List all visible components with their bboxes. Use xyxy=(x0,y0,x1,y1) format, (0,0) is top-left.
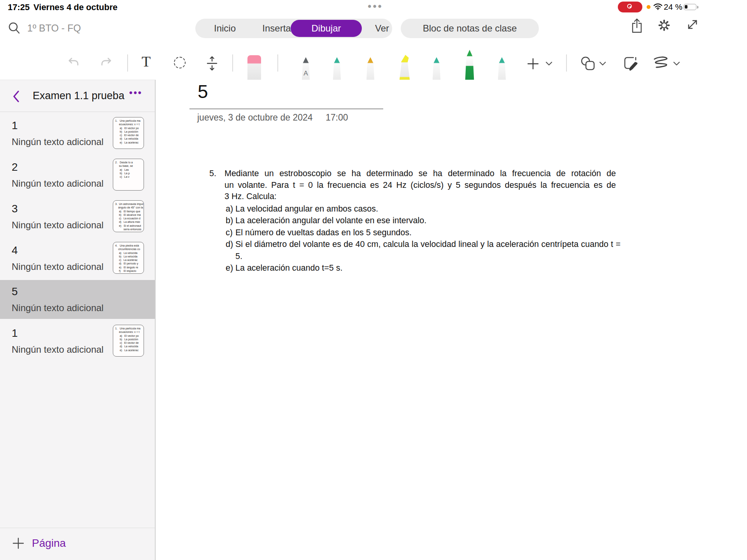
page-sidebar: Examen 1.1 prueba ••• 1 Ningún texto adi… xyxy=(0,80,155,560)
text-tool-icon[interactable]: T xyxy=(142,53,151,70)
battery-fill xyxy=(685,5,687,9)
status-bar: 17:25 Viernes 4 de octubre ••• 24 % xyxy=(0,0,747,14)
onenote-app-window: 17:25 Viernes 4 de octubre ••• 24 % xyxy=(0,0,747,560)
item-text: La aceleración cuando t=5 s. xyxy=(235,262,621,274)
status-time: 17:25 xyxy=(8,2,30,12)
problem-item: b) La aceleración angular del volante en… xyxy=(226,215,621,226)
sidebar-page-item[interactable]: 3 Ningún texto adicional 3. Un astronaut… xyxy=(0,197,155,236)
problem-line: 3 Hz. Calcula: xyxy=(224,191,616,203)
add-pen-icon[interactable] xyxy=(526,57,540,71)
plus-icon[interactable] xyxy=(12,537,25,550)
rainbow-pen-icon[interactable] xyxy=(493,57,511,80)
eraser-icon[interactable] xyxy=(247,55,261,80)
page-thumbnail: 3. Un astronauta impul ángulo de 45° con… xyxy=(113,200,144,232)
page-subtitle: Ningún texto adicional xyxy=(12,303,103,313)
page-number: 1 xyxy=(12,119,18,132)
item-label: e) xyxy=(226,262,233,274)
shapes-icon[interactable] xyxy=(579,56,596,71)
chevron-down-icon[interactable] xyxy=(599,61,606,66)
page-number: 2 xyxy=(12,161,18,173)
sidebar-page-item[interactable]: 4 Ningún texto adicional 4. Una piedra e… xyxy=(0,239,155,278)
ink-to-shape-icon[interactable] xyxy=(652,56,671,70)
tab-inicio[interactable]: Inicio xyxy=(214,19,236,38)
tab-ver[interactable]: Ver xyxy=(375,19,389,38)
battery-nub xyxy=(697,6,698,9)
low-power-dot-icon xyxy=(647,5,651,9)
section-title: Examen 1.1 prueba xyxy=(33,90,124,102)
share-icon[interactable] xyxy=(630,18,644,34)
page-number: 5 xyxy=(12,285,18,298)
ribbon-tab-group: Inicio Insertar Dibujar Ver xyxy=(195,19,392,38)
page-date: jueves, 3 de octubre de 2024 xyxy=(197,112,313,123)
toolbar-divider xyxy=(277,54,278,72)
page-number: 4 xyxy=(12,244,18,257)
item-label: a) xyxy=(226,203,233,215)
add-page-button[interactable]: Página xyxy=(32,537,66,550)
insert-space-icon[interactable] xyxy=(206,56,218,71)
sidebar-page-item[interactable]: 1 Ningún texto adicional 1. Una partícul… xyxy=(0,322,155,360)
yellow-highlighter-icon[interactable] xyxy=(395,55,414,80)
tab-dibujar[interactable]: Dibujar xyxy=(291,20,362,37)
rainbow-pen-icon[interactable] xyxy=(428,57,445,80)
sidebar-page-item-selected[interactable]: 5 Ningún texto adicional xyxy=(0,280,155,319)
problem-item-list[interactable]: a) La velocidad angular en ambos casos. … xyxy=(226,203,621,274)
page-subtitle: Ningún texto adicional xyxy=(12,344,103,355)
page-number: 1 xyxy=(12,327,18,340)
sidebar-page-item[interactable]: 1 Ningún texto adicional 1. Una partícul… xyxy=(0,114,155,153)
toolbar-divider xyxy=(127,54,128,72)
problem-item: c) El número de vueltas dadas en los 5 s… xyxy=(226,227,621,238)
notebook-name[interactable]: 1º BTO - FQ xyxy=(27,23,81,34)
text-pen-label: A xyxy=(297,70,315,77)
sidebar-divider xyxy=(0,112,155,112)
problem-item: d) Si el diámetro del volante es de 40 c… xyxy=(226,238,621,262)
problem-item: e) La aceleración cuando t=5 s. xyxy=(226,262,621,274)
problem-line: Mediante un estroboscopio se ha determin… xyxy=(224,168,616,180)
search-icon[interactable] xyxy=(7,21,21,35)
back-chevron-icon[interactable] xyxy=(12,90,20,103)
page-title[interactable]: 5 xyxy=(198,81,208,102)
item-label: c) xyxy=(226,227,233,238)
ink-note-icon[interactable] xyxy=(622,56,640,72)
item-text: El número de vueltas dadas en los 5 segu… xyxy=(235,227,621,238)
problem-item: a) La velocidad angular en ambos casos. xyxy=(226,203,621,215)
multitask-handle-icon[interactable]: ••• xyxy=(362,0,389,12)
redo-icon[interactable] xyxy=(99,56,113,70)
page-subtitle: Ningún texto adicional xyxy=(12,178,103,189)
ellipsis-icon[interactable]: ••• xyxy=(129,87,142,98)
page-canvas[interactable]: 5 jueves, 3 de octubre de 2024 17:00 5. … xyxy=(156,80,747,560)
chevron-down-icon[interactable] xyxy=(545,61,552,66)
tab-insertar[interactable]: Insertar xyxy=(262,19,294,38)
gear-icon[interactable] xyxy=(656,18,672,33)
record-dot xyxy=(630,6,631,8)
class-notebook-button[interactable]: Bloc de notas de clase xyxy=(401,19,539,38)
gold-pen-icon[interactable] xyxy=(361,57,379,80)
page-number: 3 xyxy=(12,203,18,215)
record-indicator-icon[interactable] xyxy=(618,2,642,12)
title-underline xyxy=(189,108,383,109)
green-pen-selected-icon[interactable] xyxy=(460,50,479,80)
toolbar-divider xyxy=(232,54,233,72)
toolbar-divider xyxy=(566,54,567,72)
problem-line: un volante. Para t = 0 la frecuencia es … xyxy=(224,180,616,191)
item-text: La aceleración angular del volante en es… xyxy=(235,215,621,226)
text-pen-icon[interactable]: A xyxy=(297,57,315,80)
page-thumbnail: 2. Desde lo a su base, se a) Las b) La p… xyxy=(113,159,144,191)
problem-statement[interactable]: Mediante un estroboscopio se ha determin… xyxy=(224,168,616,203)
item-label: b) xyxy=(226,215,233,226)
item-label: d) xyxy=(226,238,233,250)
chevron-down-icon[interactable] xyxy=(673,61,680,66)
page-thumbnail: 4. Una piedra está circunferencias co a)… xyxy=(113,242,144,274)
undo-icon[interactable] xyxy=(67,56,81,70)
battery-percent: 24 % xyxy=(664,2,682,12)
wifi-icon xyxy=(653,3,663,10)
item-text: La velocidad angular en ambos casos. xyxy=(235,203,621,215)
item-text: Si el diámetro del volante es de 40 cm, … xyxy=(235,238,621,262)
page-subtitle: Ningún texto adicional xyxy=(12,136,103,147)
page-thumbnail: 1. Una partícula ma ecuaciones: x = t a)… xyxy=(113,325,144,357)
sidebar-header: Examen 1.1 prueba ••• xyxy=(0,80,155,112)
lasso-select-icon[interactable] xyxy=(174,57,186,68)
rainbow-pen-icon[interactable] xyxy=(328,57,346,80)
expand-icon[interactable] xyxy=(686,18,700,32)
sidebar-page-item[interactable]: 2 Ningún texto adicional 2. Desde lo a s… xyxy=(0,156,155,194)
problem-number[interactable]: 5. xyxy=(209,168,216,180)
